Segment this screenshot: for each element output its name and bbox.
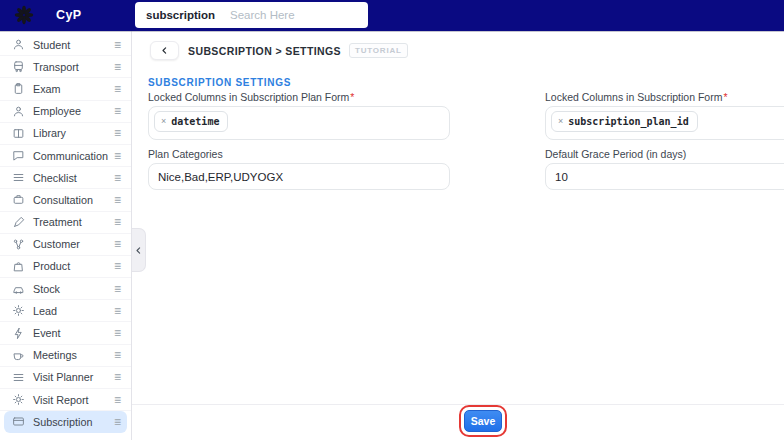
breadcrumb: SUBSCRIPTION > SETTINGS TUTORIAL [150, 41, 408, 60]
remove-tag-icon[interactable]: × [161, 116, 166, 128]
drag-handle-icon[interactable]: ≡ [114, 238, 121, 250]
drag-handle-icon[interactable]: ≡ [114, 349, 121, 361]
text-input[interactable]: 10 [545, 163, 784, 190]
drag-handle-icon[interactable]: ≡ [114, 83, 121, 95]
clipboard-icon [12, 82, 25, 95]
sidebar-item-label: Visit Planner [33, 371, 93, 383]
sidebar-item-product[interactable]: Product≡ [0, 256, 131, 278]
list-icon [12, 171, 25, 184]
chat-icon [12, 149, 25, 162]
sidebar-item-visit-report[interactable]: Visit Report≡ [0, 389, 131, 411]
sidebar-collapse-handle[interactable] [132, 228, 146, 272]
sidebar-item-label: Communication [33, 150, 108, 162]
drag-handle-icon[interactable]: ≡ [114, 127, 121, 139]
form-footer [132, 404, 784, 440]
drag-handle-icon[interactable]: ≡ [114, 172, 121, 184]
main-content: SUBSCRIPTION > SETTINGS TUTORIAL SUBSCRI… [132, 31, 784, 440]
tag: ×subscription_plan_id [551, 111, 698, 132]
sidebar-item-exam[interactable]: Exam≡ [0, 78, 131, 100]
drag-handle-icon[interactable]: ≡ [114, 150, 121, 162]
sidebar-item-label: Treatment [33, 216, 82, 228]
card-icon [12, 415, 25, 428]
sidebar-item-library[interactable]: Library≡ [0, 123, 131, 145]
brand-name[interactable]: CyP [56, 8, 82, 22]
chevron-left-icon [160, 46, 169, 55]
drag-handle-icon[interactable]: ≡ [114, 194, 121, 206]
bus-icon [12, 60, 25, 73]
sun-icon [12, 304, 25, 317]
pen-icon [12, 216, 25, 229]
sidebar-item-stock[interactable]: Stock≡ [0, 278, 131, 300]
sidebar-item-treatment[interactable]: Treatment≡ [0, 212, 131, 234]
sidebar-item-label: Library [33, 127, 66, 139]
hierarchy-icon [12, 238, 25, 251]
field-label: Locked Columns in Subscription Form* [545, 91, 784, 103]
field-label: Plan Categories [148, 148, 450, 160]
drag-handle-icon[interactable]: ≡ [114, 105, 121, 117]
save-button[interactable]: Save [464, 410, 502, 432]
remove-tag-icon[interactable]: × [558, 116, 563, 128]
app-header: CyP subscription Search Here [0, 0, 784, 31]
drag-handle-icon[interactable]: ≡ [114, 416, 121, 428]
sidebar-item-employee[interactable]: Employee≡ [0, 101, 131, 123]
section-title: SUBSCRIPTION SETTINGS [148, 77, 291, 88]
drag-handle-icon[interactable]: ≡ [114, 61, 121, 73]
settings-form: Locked Columns in Subscription Plan Form… [148, 91, 784, 190]
sidebar-item-lead[interactable]: Lead≡ [0, 300, 131, 322]
sidebar: Student≡Transport≡Exam≡Employee≡Library≡… [0, 31, 132, 440]
sidebar-item-checklist[interactable]: Checklist≡ [0, 167, 131, 189]
chevron-left-icon [134, 246, 143, 255]
sun-gear-icon [12, 393, 25, 406]
sidebar-item-transport[interactable]: Transport≡ [0, 56, 131, 78]
car-icon [12, 282, 25, 295]
coffee-icon [12, 349, 25, 362]
sidebar-item-event[interactable]: Event≡ [0, 322, 131, 344]
sidebar-item-subscription[interactable]: Subscription≡ [4, 411, 127, 433]
drag-handle-icon[interactable]: ≡ [114, 283, 121, 295]
drag-handle-icon[interactable]: ≡ [114, 39, 121, 51]
sidebar-item-visit-planner[interactable]: Visit Planner≡ [0, 367, 131, 389]
drag-handle-icon[interactable]: ≡ [114, 327, 121, 339]
sidebar-item-customer[interactable]: Customer≡ [0, 234, 131, 256]
list-icon [12, 371, 25, 384]
student-icon [12, 38, 25, 51]
sidebar-item-label: Lead [33, 305, 57, 317]
form-field: Default Grace Period (in days)10 [545, 148, 784, 190]
field-label: Locked Columns in Subscription Plan Form… [148, 91, 450, 103]
pinwheel-logo-icon[interactable] [14, 5, 34, 25]
sidebar-item-label: Visit Report [33, 394, 89, 406]
global-search-input[interactable]: subscription Search Here [135, 2, 368, 28]
text-input[interactable]: Nice,Bad,ERP,UDYOGX [148, 163, 450, 190]
person-icon [12, 105, 25, 118]
form-field: Plan CategoriesNice,Bad,ERP,UDYOGX [148, 148, 450, 190]
sidebar-item-label: Product [33, 260, 70, 272]
sidebar-item-meetings[interactable]: Meetings≡ [0, 345, 131, 367]
field-label: Default Grace Period (in days) [545, 148, 784, 160]
search-input-value[interactable]: subscription [146, 9, 215, 21]
drag-handle-icon[interactable]: ≡ [114, 305, 121, 317]
sidebar-item-student[interactable]: Student≡ [0, 34, 131, 56]
drag-handle-icon[interactable]: ≡ [114, 394, 121, 406]
bag-icon [12, 260, 25, 273]
drag-handle-icon[interactable]: ≡ [114, 260, 121, 272]
drag-handle-icon[interactable]: ≡ [114, 371, 121, 383]
sidebar-item-label: Subscription [33, 416, 92, 428]
sidebar-menu: Student≡Transport≡Exam≡Employee≡Library≡… [0, 34, 131, 433]
sidebar-item-consultation[interactable]: Consultation≡ [0, 189, 131, 211]
sidebar-item-communication[interactable]: Communication≡ [0, 145, 131, 167]
form-field: Locked Columns in Subscription Plan Form… [148, 91, 450, 140]
tag: ×datetime [154, 111, 228, 132]
briefcase-icon [12, 193, 25, 206]
sidebar-item-label: Checklist [33, 172, 77, 184]
tutorial-badge[interactable]: TUTORIAL [349, 43, 408, 58]
sidebar-item-label: Transport [33, 61, 79, 73]
sidebar-item-label: Employee [33, 105, 81, 117]
page-title: SUBSCRIPTION > SETTINGS [188, 45, 341, 57]
search-placeholder: Search Here [230, 9, 295, 21]
tags-input[interactable]: ×datetime [148, 106, 450, 140]
form-field: Locked Columns in Subscription Form*×sub… [545, 91, 784, 140]
drag-handle-icon[interactable]: ≡ [114, 216, 121, 228]
back-button[interactable] [150, 41, 179, 60]
bolt-icon [12, 327, 25, 340]
tags-input[interactable]: ×subscription_plan_id [545, 106, 784, 140]
